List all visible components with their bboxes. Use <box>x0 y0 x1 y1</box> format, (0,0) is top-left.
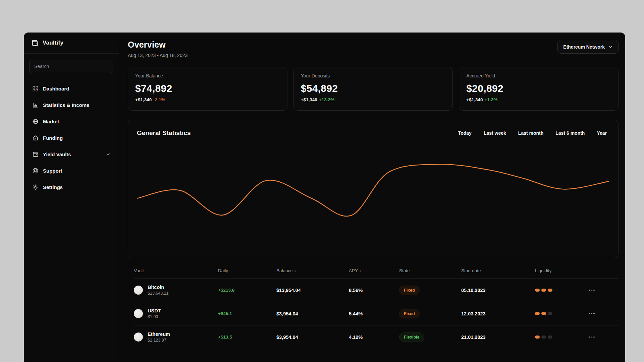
app-title: Vaultify <box>43 40 63 46</box>
vaults-table: VaultDailyBalance ↓APY ↓StateStart dateL… <box>128 263 619 349</box>
sort-descending-icon: ↓ <box>294 268 297 273</box>
liquidity-pill-active <box>541 289 546 292</box>
liquidity-pill-active <box>548 289 552 292</box>
chevron-down-icon <box>106 152 111 157</box>
stats-cards-row: Your Balance$74,892+$1,340-2.1%Your Depo… <box>128 67 619 111</box>
coin-avatar <box>134 309 143 318</box>
state-badge: Fixed <box>399 309 420 318</box>
liquidity-pill-inactive <box>548 312 552 315</box>
sidebar-item-support[interactable]: Support <box>29 164 113 177</box>
balance-value: $13,954.04 <box>276 288 349 293</box>
daily-change: +$213.8 <box>218 288 276 293</box>
date-range: Aug 13, 2023 - Aug 18, 2023 <box>128 53 187 58</box>
liquidity-pill-active <box>535 312 540 315</box>
sidebar-item-dashboard[interactable]: Dashboard <box>29 82 113 95</box>
sidebar-item-label: Support <box>43 168 111 174</box>
vault-cell: Ethereum$2,123.87 <box>134 331 218 343</box>
start-date: 05.10.2023 <box>461 288 535 293</box>
stat-card-percent: +1.2% <box>485 97 498 102</box>
sidebar: Vaultify DashboardStatistics & IncomeMar… <box>24 33 119 362</box>
daily-change: +$13.5 <box>218 335 276 340</box>
stat-card-percent: +13.2% <box>319 97 334 102</box>
balance-value: $3,954.04 <box>276 311 349 316</box>
sort-descending-icon: ↓ <box>359 268 362 273</box>
network-selector-label: Ethereum Network <box>563 44 605 50</box>
general-statistics-panel: General Statistics TodayLast weekLast mo… <box>128 120 619 258</box>
chart-line-series <box>138 164 608 216</box>
stat-card-delta: +$1,340+13.2% <box>301 97 446 102</box>
stat-card-value: $54,892 <box>301 83 446 94</box>
sidebar-item-yield-vaults[interactable]: Yield Vaults <box>29 147 113 161</box>
stat-card-accrued-yield: Accrued Yield$20,892+$1,340+1.2% <box>459 67 619 111</box>
vault-cell: Bitcoin$13,643.21 <box>134 285 218 296</box>
coin-price: $1.00 <box>148 314 161 319</box>
coin-price: $13,643.21 <box>148 291 169 296</box>
table-header-row: VaultDailyBalance ↓APY ↓StateStart dateL… <box>134 263 619 278</box>
statistics-line-chart <box>128 120 618 258</box>
stat-card-delta: +$1,340-2.1% <box>135 97 280 102</box>
lifebuoy-icon <box>32 168 39 174</box>
stat-card-value: $74,892 <box>135 83 280 94</box>
coin-avatar <box>134 286 143 295</box>
sidebar-item-market[interactable]: Market <box>29 115 113 128</box>
column-header-daily: Daily <box>218 268 276 273</box>
page-header: Overview Aug 13, 2023 - Aug 18, 2023 Eth… <box>128 40 619 58</box>
row-actions-ellipsis-icon[interactable] <box>589 290 619 291</box>
start-date: 21.01.2023 <box>461 335 535 340</box>
coin-avatar <box>134 333 143 342</box>
vault-row-ethereum[interactable]: Ethereum$2,123.87+$13.5$3,954.044.12%Fle… <box>134 325 619 349</box>
state-badge: Flexible <box>399 333 424 342</box>
vault-row-bitcoin[interactable]: Bitcoin$13,643.21+$213.8$13,954.048.56%F… <box>134 278 619 302</box>
stat-card-your-balance: Your Balance$74,892+$1,340-2.1% <box>128 67 287 111</box>
gear-icon <box>32 184 39 190</box>
balance-value: $3,954.04 <box>276 335 349 340</box>
column-header-vault: Vault <box>134 268 218 273</box>
stat-card-percent: -2.1% <box>153 97 165 102</box>
coin-name: Ethereum <box>148 331 170 337</box>
sidebar-item-label: Market <box>43 119 111 124</box>
column-header-balance[interactable]: Balance ↓ <box>276 268 349 273</box>
liquidity-pill-active <box>541 312 546 315</box>
stat-card-delta: +$1,340+1.2% <box>466 97 611 102</box>
state-badge: Fixed <box>399 286 420 295</box>
network-selector-button[interactable]: Ethereum Network <box>557 40 619 54</box>
stat-card-value: $20,892 <box>466 83 611 94</box>
liquidity-pill-inactive <box>548 336 552 339</box>
liquidity-pill-active <box>535 289 540 292</box>
app-logo: Vaultify <box>24 33 119 53</box>
app-window: Vaultify DashboardStatistics & IncomeMar… <box>24 33 625 362</box>
start-date: 12.03.2023 <box>461 311 535 316</box>
sidebar-item-label: Funding <box>43 135 111 141</box>
table-body: Bitcoin$13,643.21+$213.8$13,954.048.56%F… <box>134 278 619 349</box>
row-actions-ellipsis-icon[interactable] <box>589 313 619 314</box>
search-input[interactable] <box>29 60 113 73</box>
liquidity-pill-active <box>535 336 540 339</box>
daily-change: +$45.1 <box>218 311 276 316</box>
row-actions-ellipsis-icon[interactable] <box>589 337 619 338</box>
apy-value: 8.56% <box>349 288 399 293</box>
apy-value: 4.12% <box>349 335 399 340</box>
vault-row-usdt[interactable]: USDT$1.00+$45.1$3,954.045.44%Fixed12.03.… <box>134 302 619 325</box>
sidebar-item-label: Dashboard <box>43 86 111 92</box>
sidebar-item-statistics-income[interactable]: Statistics & Income <box>29 98 113 112</box>
sidebar-item-settings[interactable]: Settings <box>29 180 113 194</box>
column-header-start-date: Start date <box>461 268 535 273</box>
wallet-icon <box>32 151 39 158</box>
dashboard-grid-icon <box>32 85 39 92</box>
chevron-down-icon <box>608 45 613 49</box>
bar-chart-icon <box>32 102 39 108</box>
sidebar-menu: DashboardStatistics & IncomeMarketFundin… <box>24 78 119 198</box>
sidebar-item-label: Settings <box>43 184 111 190</box>
stat-card-label: Your Deposits <box>301 73 446 78</box>
stat-card-label: Your Balance <box>135 73 280 78</box>
apy-value: 5.44% <box>349 311 399 316</box>
coin-name: Bitcoin <box>148 285 169 290</box>
sidebar-item-funding[interactable]: Funding <box>29 131 113 144</box>
sidebar-item-label: Yield Vaults <box>43 152 101 157</box>
vault-cell: USDT$1.00 <box>134 308 218 319</box>
main-content: Overview Aug 13, 2023 - Aug 18, 2023 Eth… <box>119 33 625 362</box>
wallet-logo-icon <box>31 39 39 47</box>
column-header-apy[interactable]: APY ↓ <box>349 268 399 273</box>
stat-card-your-deposits: Your Deposits$54,892+$1,340+13.2% <box>293 67 453 111</box>
liquidity-pill-inactive <box>541 336 546 339</box>
